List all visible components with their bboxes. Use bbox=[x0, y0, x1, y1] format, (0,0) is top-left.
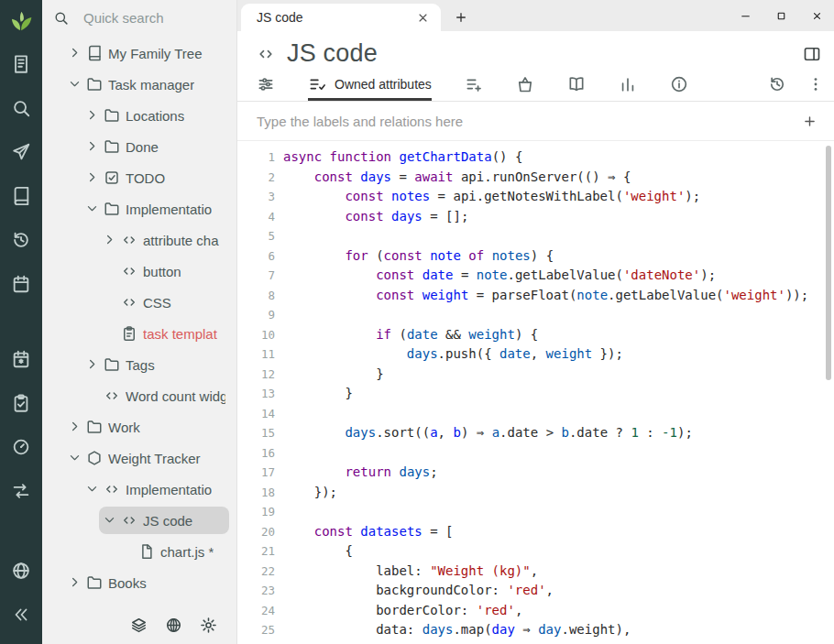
code-line[interactable]: 5 bbox=[237, 226, 834, 246]
add-attribute-icon[interactable] bbox=[802, 114, 818, 129]
chevron-right-icon[interactable] bbox=[68, 575, 83, 591]
history-icon[interactable] bbox=[11, 230, 31, 250]
basket-icon bbox=[516, 75, 534, 93]
ribbon-tab-list-plus[interactable] bbox=[465, 68, 483, 101]
code-line[interactable]: 7 const date = note.getLabelValue('dateN… bbox=[237, 266, 834, 286]
tree-item[interactable]: chart.js * bbox=[42, 536, 236, 567]
chevron-down-icon[interactable] bbox=[103, 513, 118, 529]
code-line[interactable]: 25 data: days.map(day ⇒ day.weight), bbox=[237, 620, 834, 640]
chevron-right-icon[interactable] bbox=[85, 108, 101, 124]
code-line[interactable]: 3 const notes = api.getNotesWithLabel('w… bbox=[237, 187, 834, 207]
new-tab-button[interactable] bbox=[454, 10, 468, 25]
tree-item[interactable]: CSS bbox=[42, 287, 236, 318]
tree-item[interactable]: Implementatio bbox=[42, 193, 236, 224]
tree-item[interactable]: Work bbox=[42, 411, 236, 442]
tree-item[interactable]: attribute cha bbox=[42, 224, 236, 256]
chevron-down-icon[interactable] bbox=[85, 482, 101, 497]
task-list-icon[interactable] bbox=[11, 393, 31, 413]
tree-item[interactable]: Books bbox=[42, 567, 236, 598]
code-line[interactable]: 6 for (const note of notes) { bbox=[237, 246, 834, 267]
code-line-text: const datasets = [ bbox=[283, 522, 834, 542]
tree-item[interactable]: Task manager bbox=[42, 69, 236, 100]
layers-icon[interactable] bbox=[130, 617, 148, 634]
chevron-down-icon[interactable] bbox=[68, 77, 83, 93]
code-line[interactable]: 16 bbox=[237, 443, 834, 464]
ribbon-tab-owned-attributes[interactable]: Owned attributes bbox=[308, 68, 432, 101]
ribbon-tab-book-open[interactable] bbox=[567, 68, 586, 101]
tree-item[interactable]: Word count widge bbox=[42, 380, 236, 411]
tree-item[interactable]: TODO bbox=[42, 162, 236, 193]
tab-close-icon[interactable] bbox=[416, 11, 430, 25]
chevron-right-icon[interactable] bbox=[68, 420, 83, 435]
chevron-right-icon[interactable] bbox=[85, 139, 101, 155]
chevron-down-icon[interactable] bbox=[68, 451, 83, 466]
code-note-icon[interactable] bbox=[257, 45, 275, 63]
chevron-down-icon[interactable] bbox=[85, 202, 101, 217]
code-line[interactable]: 19 bbox=[237, 502, 834, 522]
code-line[interactable]: 2 const days = await api.runOnServer(() … bbox=[237, 168, 834, 188]
toggle-right-pane-icon[interactable] bbox=[803, 45, 821, 63]
code-line[interactable]: 1async function getChartData() { bbox=[237, 147, 834, 168]
window-close-button[interactable] bbox=[811, 10, 823, 22]
swap-icon[interactable] bbox=[11, 481, 31, 501]
tree-item[interactable]: Locations bbox=[42, 100, 236, 131]
code-line[interactable]: 12 } bbox=[237, 365, 834, 385]
code-line[interactable]: 17 return days; bbox=[237, 463, 834, 483]
ribbon-tab-basket[interactable] bbox=[516, 68, 534, 101]
code-line[interactable]: 18 }); bbox=[237, 483, 834, 503]
globe-cross-icon[interactable] bbox=[165, 617, 182, 634]
code-line[interactable]: 11 days.push({ date, weight }); bbox=[237, 344, 834, 365]
tree-item[interactable]: My Family Tree bbox=[42, 38, 236, 69]
chevron-right-icon[interactable] bbox=[103, 233, 118, 248]
window-minimize-button[interactable] bbox=[740, 10, 752, 22]
code-line[interactable]: 24 borderColor: 'red', bbox=[237, 601, 834, 621]
gauge-icon[interactable] bbox=[11, 437, 31, 457]
code-line[interactable]: 8 const weight = parseFloat(note.getLabe… bbox=[237, 286, 834, 306]
quick-search[interactable]: Quick search bbox=[42, 0, 236, 35]
ribbon-tab-bar-chart[interactable] bbox=[619, 68, 637, 101]
code-line-text: label: "Weight (kg)", bbox=[283, 562, 834, 582]
kebab-icon[interactable] bbox=[807, 75, 825, 93]
code-editor[interactable]: 1async function getChartData() {2 const … bbox=[237, 141, 834, 644]
code-line[interactable]: 9 bbox=[237, 305, 834, 325]
new-note-icon[interactable] bbox=[11, 54, 31, 74]
calendar-icon[interactable] bbox=[11, 274, 31, 294]
history-icon[interactable] bbox=[768, 75, 786, 93]
tab-js-code[interactable]: JS code bbox=[241, 4, 441, 31]
tree-item[interactable]: Tags bbox=[42, 349, 236, 380]
code-line[interactable]: 13 } bbox=[237, 384, 834, 404]
code-line[interactable]: 20 const datasets = [ bbox=[237, 522, 834, 542]
attribute-editor-input[interactable]: Type the labels and relations here bbox=[257, 114, 802, 129]
chevron-right-icon[interactable] bbox=[68, 46, 83, 61]
editor-scrollbar[interactable] bbox=[826, 146, 831, 380]
code-line[interactable]: 4 const days = []; bbox=[237, 207, 834, 227]
tree-item[interactable]: JS code bbox=[42, 505, 236, 536]
code-line[interactable]: 21 { bbox=[237, 541, 834, 562]
ribbon-tab-info[interactable] bbox=[670, 68, 688, 101]
gear-icon[interactable] bbox=[200, 617, 217, 634]
line-number: 22 bbox=[237, 562, 283, 582]
tree-item[interactable]: Implementatio bbox=[42, 474, 236, 505]
tree-item[interactable]: Done bbox=[42, 131, 236, 162]
book-icon[interactable] bbox=[11, 186, 31, 206]
tree-item[interactable]: button bbox=[42, 256, 236, 287]
window-maximize-button[interactable] bbox=[775, 10, 787, 22]
app-logo-icon[interactable] bbox=[9, 9, 33, 33]
tree-item[interactable]: task templat bbox=[42, 318, 236, 349]
chevron-right-icon[interactable] bbox=[85, 357, 101, 373]
search-icon[interactable] bbox=[11, 98, 31, 118]
code-line[interactable]: 23 backgroundColor: 'red', bbox=[237, 581, 834, 601]
chevron-right-icon[interactable] bbox=[85, 170, 101, 186]
code-line[interactable]: 22 label: "Weight (kg)", bbox=[237, 562, 834, 582]
code-line[interactable]: 14 bbox=[237, 404, 834, 424]
ribbon-tab-sliders[interactable] bbox=[257, 68, 275, 101]
collapse-tree-icon[interactable] bbox=[11, 605, 31, 625]
search-icon bbox=[53, 10, 69, 26]
send-icon[interactable] bbox=[11, 142, 31, 162]
tree-item[interactable]: Weight Tracker bbox=[42, 442, 236, 474]
code-line[interactable]: 15 days.sort((a, b) ⇒ a.date > b.date ? … bbox=[237, 423, 834, 443]
calendar-star-icon[interactable] bbox=[11, 349, 31, 369]
code-line[interactable]: 10 if (date && weight) { bbox=[237, 325, 834, 345]
globe-icon[interactable] bbox=[11, 561, 31, 581]
note-title[interactable]: JS code bbox=[287, 39, 791, 68]
